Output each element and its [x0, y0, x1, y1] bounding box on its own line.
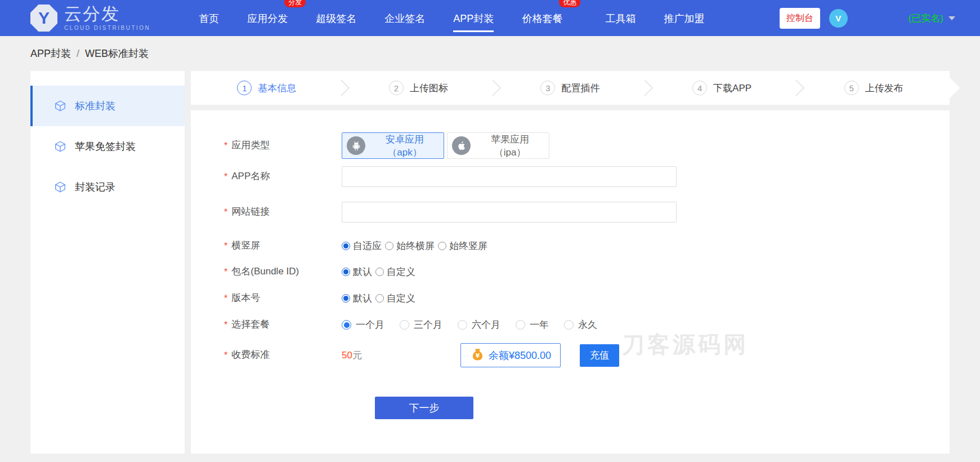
field-label: 应用类型 [231, 139, 270, 152]
radio-option-default[interactable]: 默认 [342, 292, 372, 305]
logo[interactable]: Y 云分发 CLOUD DISTRIBUTION [30, 5, 150, 32]
nav-item-app-distribution[interactable]: 应用分发 分发 [247, 4, 288, 32]
field-label: 包名(Bundle ID) [231, 265, 299, 278]
app-type-option-label: 安卓应用（apk） [370, 133, 439, 159]
radio-icon [375, 294, 384, 303]
radio-option-adaptive[interactable]: 自适应 [342, 239, 382, 252]
nav-right: 控制台 V (已实名) [780, 8, 955, 29]
sidebar: 标准封装 苹果免签封装 封装记录 [30, 71, 185, 454]
field-label: 收费标准 [231, 349, 270, 362]
next-step-button[interactable]: 下一步 [375, 397, 473, 419]
balance-label: 余额 [489, 350, 509, 361]
balance-box[interactable]: ¥ 余额¥8500.00 [460, 343, 561, 367]
sidebar-item-apple-nosign-package[interactable]: 苹果免签封装 [30, 126, 185, 167]
radio-icon [438, 242, 446, 250]
console-button[interactable]: 控制台 [780, 8, 820, 29]
plan-row: * 选择套餐 一个月 三个月 六个月 [224, 318, 950, 331]
logo-octagon-icon: Y [30, 5, 57, 32]
balance-text: 余额¥8500.00 [489, 349, 551, 362]
ios-app-type-button[interactable]: 苹果应用（ipa） [447, 132, 549, 159]
step-wizard: 1 基本信息 2 上传图标 3 配置插件 4 下载APP 5 上传发布 [191, 71, 950, 105]
radio-icon [342, 320, 351, 330]
nav-item-affiliate[interactable]: 推广加盟 [664, 4, 704, 32]
step-label: 上传发布 [865, 82, 903, 95]
step-label: 上传图标 [410, 82, 448, 95]
sidebar-item-label: 封装记录 [75, 180, 115, 194]
nav-item-home[interactable]: 首页 [199, 4, 219, 32]
required-mark: * [224, 293, 227, 305]
version-label: * 版本号 [224, 292, 342, 305]
required-mark: * [224, 140, 227, 152]
radio-option-three-months[interactable]: 三个月 [400, 318, 442, 331]
step-upload-publish[interactable]: 5 上传发布 [798, 71, 950, 105]
radio-label: 一年 [530, 318, 549, 331]
app-name-input[interactable] [342, 166, 677, 187]
next-row: 下一步 [224, 397, 950, 419]
app-name-row: * APP名称 [224, 166, 950, 187]
breadcrumb-app-package[interactable]: APP封装 [30, 47, 71, 60]
nav-item-app-package[interactable]: APP封装 [453, 4, 494, 32]
sidebar-item-standard-package[interactable]: 标准封装 [30, 86, 185, 126]
orientation-radio-group: 自适应 始终横屏 始终竖屏 [342, 239, 491, 252]
nav-item-enterprise-sign[interactable]: 企业签名 [384, 4, 425, 32]
step-label: 配置插件 [561, 82, 599, 95]
step-upload-icon[interactable]: 2 上传图标 [343, 71, 495, 105]
fee-amount: 50 [342, 350, 352, 361]
step-number: 5 [844, 81, 859, 95]
recharge-button[interactable]: 充值 [580, 344, 619, 367]
top-nav: Y 云分发 CLOUD DISTRIBUTION 首页 应用分发 分发 超级签名… [0, 0, 980, 36]
step-number: 1 [237, 81, 252, 95]
nav-item-toolbox[interactable]: 工具箱 [605, 4, 636, 32]
cube-icon [54, 140, 66, 153]
distribution-badge: 分发 [284, 0, 306, 7]
sidebar-item-package-records[interactable]: 封装记录 [30, 167, 185, 207]
radio-option-one-month[interactable]: 一个月 [342, 318, 384, 331]
bundle-id-label: * 包名(Bundle ID) [224, 265, 342, 278]
radio-option-forever[interactable]: 永久 [564, 318, 597, 331]
radio-option-custom[interactable]: 自定义 [375, 292, 415, 305]
sidebar-item-label: 苹果免签封装 [75, 140, 136, 153]
plan-label: * 选择套餐 [224, 318, 342, 331]
breadcrumb: APP封装 / WEB标准封装 [0, 36, 980, 71]
step-label: 基本信息 [258, 82, 296, 95]
radio-option-default[interactable]: 默认 [342, 265, 372, 278]
radio-option-six-months[interactable]: 六个月 [458, 318, 500, 331]
step-basic-info[interactable]: 1 基本信息 [191, 71, 343, 105]
radio-icon [385, 242, 393, 250]
radio-option-one-year[interactable]: 一年 [516, 318, 549, 331]
required-mark: * [224, 171, 227, 183]
android-app-type-button[interactable]: 安卓应用（apk） [342, 132, 444, 159]
chevron-down-icon [948, 16, 955, 20]
radio-option-portrait[interactable]: 始终竖屏 [438, 239, 487, 252]
field-label: 版本号 [231, 292, 260, 305]
field-label: 网站链接 [231, 206, 270, 219]
radio-label: 自定义 [387, 265, 415, 278]
nav-item-super-sign[interactable]: 超级签名 [316, 4, 356, 32]
step-number: 3 [540, 81, 555, 95]
step-number: 4 [692, 81, 707, 95]
radio-label: 永久 [578, 318, 597, 331]
radio-option-custom[interactable]: 自定义 [375, 265, 415, 278]
radio-option-landscape[interactable]: 始终横屏 [385, 239, 435, 252]
radio-icon [342, 268, 350, 276]
field-label: APP名称 [231, 170, 270, 183]
logo-subtitle: CLOUD DISTRIBUTION [64, 25, 150, 31]
nav-item-pricing[interactable]: 价格套餐 优惠 [522, 4, 562, 32]
radio-label: 始终横屏 [396, 239, 435, 252]
radio-icon [458, 320, 467, 330]
site-url-input[interactable] [342, 202, 677, 223]
step-configure-plugins[interactable]: 3 配置插件 [494, 71, 646, 105]
logo-title: 云分发 [64, 5, 150, 23]
app-type-label: * 应用类型 [224, 139, 342, 152]
breadcrumb-separator: / [77, 48, 79, 60]
radio-label: 自定义 [387, 292, 415, 305]
avatar[interactable]: V [829, 9, 848, 28]
svg-text:¥: ¥ [476, 352, 480, 359]
nav-item-label: 应用分发 [247, 13, 288, 24]
account-dropdown[interactable]: (已实名) [909, 12, 955, 25]
step-download-app[interactable]: 4 下载APP [646, 71, 798, 105]
fee-label: * 收费标准 [224, 349, 342, 362]
radio-label: 一个月 [356, 318, 384, 331]
required-mark: * [224, 207, 227, 219]
fee-unit: 元 [352, 349, 362, 362]
